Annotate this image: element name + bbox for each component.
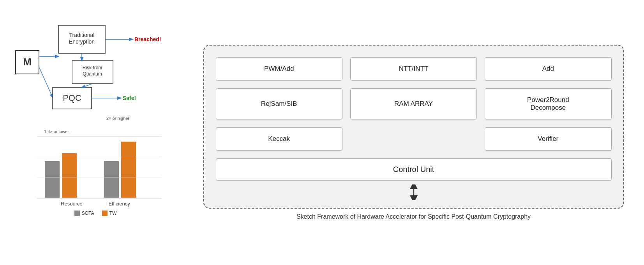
efficiency-sota-bar [104, 161, 119, 198]
framework-outer: PWM/Add NTT/INTT Add RejSam/SIB RAM ARRA… [203, 45, 624, 209]
efficiency-tw-bar [121, 142, 136, 198]
framework-row1: PWM/Add NTT/INTT Add [216, 57, 612, 81]
arrow-down [216, 184, 612, 200]
main-container: M Traditional Encryption Breached! Risk … [0, 0, 644, 265]
svg-text:Safe!: Safe! [123, 95, 136, 101]
efficiency-label: Efficiency [103, 201, 135, 207]
svg-text:Breached!: Breached! [134, 36, 161, 42]
tw-legend-box [102, 211, 108, 216]
pwm-add-box: PWM/Add [216, 57, 342, 81]
diagram-section: M Traditional Encryption Breached! Risk … [12, 12, 179, 125]
svg-text:M: M [23, 56, 32, 68]
chart-area [37, 136, 162, 198]
sota-legend-label: SOTA [82, 211, 94, 216]
control-unit-box: Control Unit [216, 158, 612, 181]
resource-annotation: 1.4× or lower [44, 129, 69, 134]
rejsam-sib-box: RejSam/SIB [216, 88, 342, 119]
svg-text:PQC: PQC [63, 93, 81, 103]
efficiency-bar-group [104, 142, 136, 198]
grid-line [37, 136, 162, 137]
ram-array-box: RAM ARRAY [350, 88, 477, 119]
left-panel: M Traditional Encryption Breached! Risk … [12, 8, 179, 257]
svg-line-17 [82, 84, 92, 88]
efficiency-annotation: 2× or higher [106, 116, 129, 121]
empty-cell [350, 127, 477, 151]
resource-tw-bar [62, 153, 77, 198]
tw-legend-item: TW [102, 211, 117, 216]
svg-text:Quantum: Quantum [83, 71, 102, 77]
keccak-box: Keccak [216, 127, 342, 151]
svg-text:Traditional: Traditional [69, 32, 95, 38]
framework-caption: Sketch Framework of Hardware Accelerator… [296, 213, 531, 220]
chart-legend: SOTA TW [74, 211, 116, 216]
resource-bar-group [45, 153, 77, 198]
power2round-box: Power2Round Decompose [485, 88, 611, 119]
ntt-intt-box: NTT/INTT [350, 57, 477, 81]
framework-row3: Keccak Verifier [216, 127, 612, 151]
add-box: Add [485, 57, 611, 81]
svg-text:Risk from: Risk from [83, 65, 102, 70]
sota-legend-box [74, 211, 80, 216]
verifier-box: Verifier [485, 127, 611, 151]
svg-line-11 [39, 67, 53, 97]
tw-legend-label: TW [109, 211, 117, 216]
chart-section: 1.4× or lower 2× or higher [12, 132, 179, 257]
resource-sota-bar [45, 161, 60, 198]
svg-text:Encryption: Encryption [69, 39, 95, 45]
diagram-svg: M Traditional Encryption Breached! Risk … [12, 12, 168, 121]
right-panel: PWM/Add NTT/INTT Add RejSam/SIB RAM ARRA… [195, 8, 632, 257]
framework-row2: RejSam/SIB RAM ARRAY Power2Round Decompo… [216, 88, 612, 119]
chart-labels: Resource Efficiency [33, 201, 158, 207]
resource-label: Resource [56, 201, 88, 207]
sota-legend-item: SOTA [74, 211, 94, 216]
